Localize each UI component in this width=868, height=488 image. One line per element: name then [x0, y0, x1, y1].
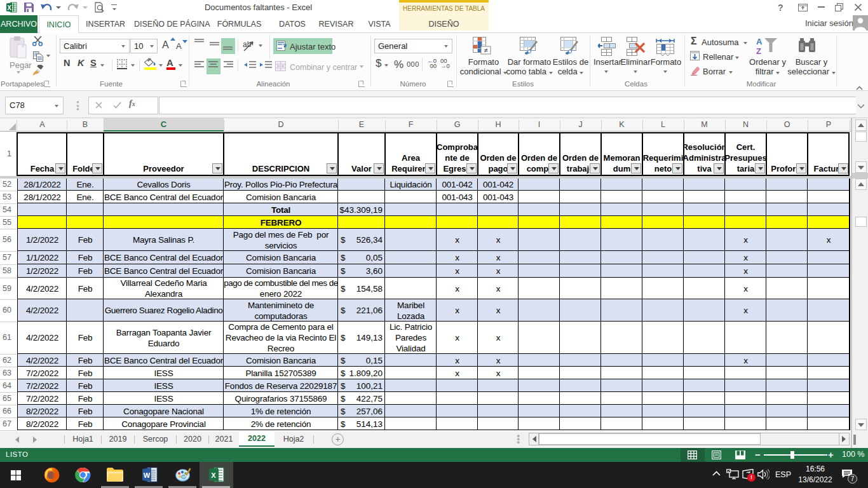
svg-text:X: X	[211, 471, 216, 479]
svg-text:A: A	[756, 37, 763, 46]
svg-text:≠: ≠	[484, 46, 487, 54]
svg-text:W: W	[144, 471, 151, 479]
svg-text:Z: Z	[756, 46, 761, 55]
